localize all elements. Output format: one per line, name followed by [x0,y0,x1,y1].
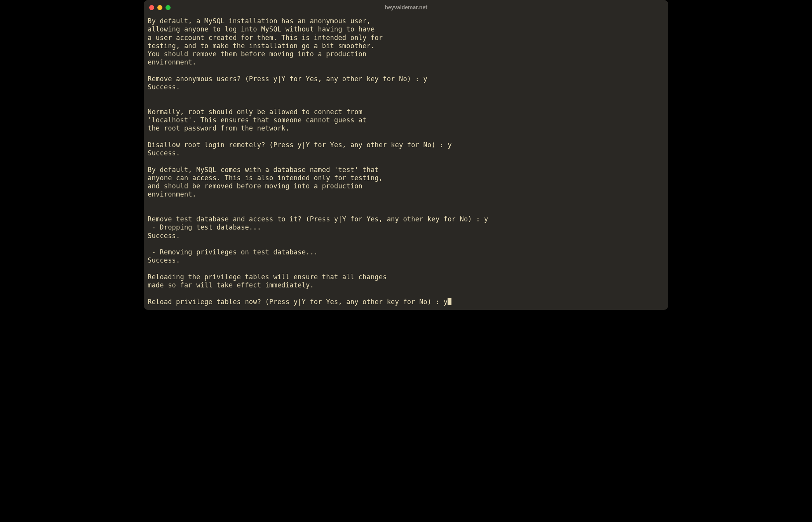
terminal-body[interactable]: By default, a MySQL installation has an … [144,15,668,310]
traffic-lights [149,5,171,10]
window-title: heyvaldemar.net [385,4,427,10]
maximize-icon[interactable] [166,5,171,10]
terminal-window: heyvaldemar.net By default, a MySQL inst… [144,0,668,310]
close-icon[interactable] [149,5,154,10]
title-bar: heyvaldemar.net [144,0,668,15]
terminal-output: By default, a MySQL installation has an … [148,17,488,306]
cursor-icon [448,298,451,305]
minimize-icon[interactable] [157,5,162,10]
